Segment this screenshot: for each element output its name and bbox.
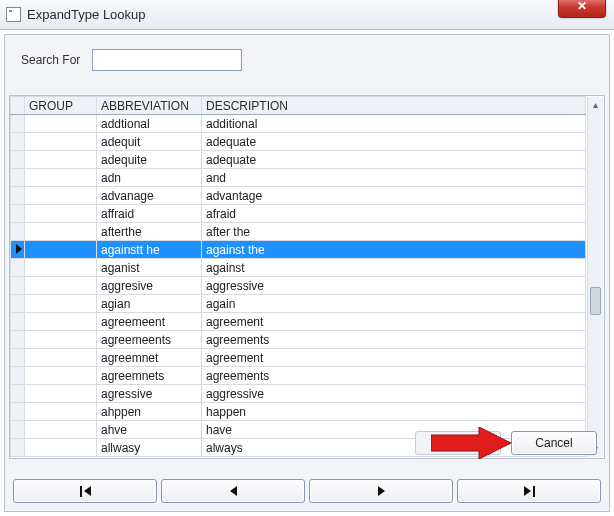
row-selector[interactable] [11,187,25,205]
cell-desc[interactable]: happen [202,403,586,421]
table-row[interactable]: agreemeentagreement [11,313,586,331]
scroll-up-icon[interactable]: ▴ [588,97,603,113]
ok-button-placeholder[interactable] [415,431,501,455]
cell-group[interactable] [25,403,97,421]
cell-abbr[interactable]: agressive [97,385,202,403]
col-selector[interactable] [11,97,25,115]
cell-abbr[interactable]: addtional [97,115,202,133]
cell-desc[interactable]: agreement [202,313,586,331]
row-selector[interactable] [11,151,25,169]
cell-group[interactable] [25,313,97,331]
row-selector[interactable] [11,115,25,133]
row-selector[interactable] [11,133,25,151]
cell-abbr[interactable]: agreemeents [97,331,202,349]
cell-group[interactable] [25,259,97,277]
cell-group[interactable] [25,295,97,313]
cancel-button[interactable]: Cancel [511,431,597,455]
cell-group[interactable] [25,439,97,457]
table-row[interactable]: aggresiveaggressive [11,277,586,295]
nav-next-button[interactable] [309,479,453,503]
table-row[interactable]: ahppenhappen [11,403,586,421]
row-selector[interactable] [11,241,25,259]
cell-abbr[interactable]: agreemeent [97,313,202,331]
cell-group[interactable] [25,367,97,385]
table-row[interactable]: agreemnetsagreements [11,367,586,385]
table-row[interactable]: addtionaladditional [11,115,586,133]
cell-desc[interactable]: aggressive [202,385,586,403]
cell-abbr[interactable]: agian [97,295,202,313]
cell-group[interactable] [25,133,97,151]
row-selector[interactable] [11,205,25,223]
cell-abbr[interactable]: affraid [97,205,202,223]
row-selector[interactable] [11,169,25,187]
cell-desc[interactable]: again [202,295,586,313]
cell-group[interactable] [25,277,97,295]
cell-desc[interactable]: after the [202,223,586,241]
cell-group[interactable] [25,385,97,403]
cell-group[interactable] [25,331,97,349]
cell-desc[interactable]: against the [202,241,586,259]
cell-group[interactable] [25,205,97,223]
row-selector[interactable] [11,223,25,241]
table-row[interactable]: adnand [11,169,586,187]
table-row[interactable]: againstt heagainst the [11,241,586,259]
lookup-table[interactable]: GROUP ABBREVIATION DESCRIPTION addtional… [10,96,586,457]
cell-group[interactable] [25,115,97,133]
cell-group[interactable] [25,421,97,439]
nav-prev-button[interactable] [161,479,305,503]
cell-abbr[interactable]: againstt he [97,241,202,259]
cell-group[interactable] [25,223,97,241]
row-selector[interactable] [11,403,25,421]
close-button[interactable]: ✕ [558,0,606,18]
cell-group[interactable] [25,151,97,169]
table-row[interactable]: adequitadequate [11,133,586,151]
cell-desc[interactable]: and [202,169,586,187]
cell-desc[interactable]: adequate [202,151,586,169]
cell-desc[interactable]: aggressive [202,277,586,295]
table-row[interactable]: aftertheafter the [11,223,586,241]
cell-abbr[interactable]: advanage [97,187,202,205]
cell-abbr[interactable]: adequite [97,151,202,169]
table-row[interactable]: advanageadvantage [11,187,586,205]
cell-group[interactable] [25,169,97,187]
vertical-scrollbar[interactable]: ▴ ▾ [587,97,603,457]
col-desc[interactable]: DESCRIPTION [202,97,586,115]
cell-desc[interactable]: agreements [202,331,586,349]
cell-abbr[interactable]: ahve [97,421,202,439]
cell-abbr[interactable]: agreemnet [97,349,202,367]
row-selector[interactable] [11,295,25,313]
table-row[interactable]: affraidafraid [11,205,586,223]
cell-desc[interactable]: afraid [202,205,586,223]
row-selector[interactable] [11,385,25,403]
cell-abbr[interactable]: adequit [97,133,202,151]
cell-desc[interactable]: against [202,259,586,277]
row-selector[interactable] [11,313,25,331]
cell-abbr[interactable]: aggresive [97,277,202,295]
cell-abbr[interactable]: allwasy [97,439,202,457]
row-selector[interactable] [11,439,25,457]
table-row[interactable]: adequiteadequate [11,151,586,169]
table-row[interactable]: agressiveaggressive [11,385,586,403]
cell-group[interactable] [25,349,97,367]
cell-abbr[interactable]: ahppen [97,403,202,421]
nav-first-button[interactable] [13,479,157,503]
cell-group[interactable] [25,187,97,205]
row-selector[interactable] [11,277,25,295]
cell-group[interactable] [25,241,97,259]
cell-abbr[interactable]: adn [97,169,202,187]
row-selector[interactable] [11,331,25,349]
table-row[interactable]: agreemeentsagreements [11,331,586,349]
cell-desc[interactable]: agreement [202,349,586,367]
table-row[interactable]: agianagain [11,295,586,313]
scroll-thumb[interactable] [590,287,601,315]
cell-abbr[interactable]: agreemnets [97,367,202,385]
cell-desc[interactable]: additional [202,115,586,133]
table-row[interactable]: agreemnetagreement [11,349,586,367]
cell-desc[interactable]: advantage [202,187,586,205]
search-input[interactable] [92,49,242,71]
cell-abbr[interactable]: aganist [97,259,202,277]
nav-last-button[interactable] [457,479,601,503]
cell-desc[interactable]: adequate [202,133,586,151]
row-selector[interactable] [11,367,25,385]
col-abbr[interactable]: ABBREVIATION [97,97,202,115]
